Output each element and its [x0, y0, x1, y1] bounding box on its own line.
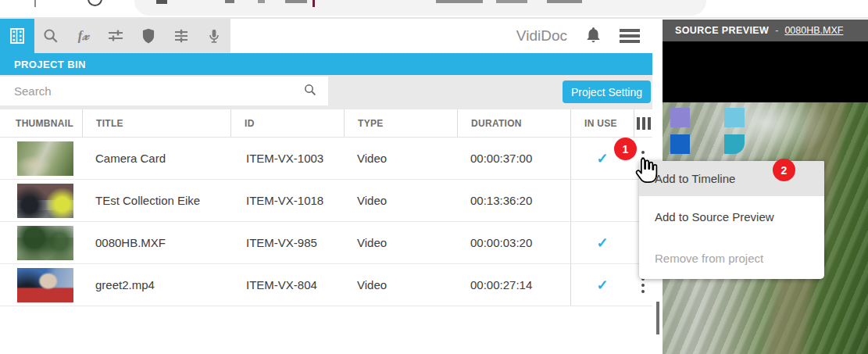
- table-row[interactable]: TEst Collection Eike ITEM-VX-1018 Video …: [0, 180, 652, 222]
- letterbox-bar: [663, 41, 868, 102]
- thumbnail[interactable]: [0, 222, 82, 263]
- project-bin-title: PROJECT BIN: [0, 53, 652, 75]
- table-header: THUMBNAIL TITLE ID TYPE DURATION IN USE: [0, 109, 652, 138]
- url-bar-icon: [156, 0, 167, 4]
- col-type[interactable]: TYPE: [344, 109, 457, 137]
- toolbar-icon-group: f𝓍: [0, 19, 230, 53]
- cell-title[interactable]: Camera Card: [82, 138, 230, 179]
- table-row[interactable]: 0080HB.MXF ITEM-VX-985 Video 00:00:03:20…: [0, 222, 652, 264]
- effects-fx-icon[interactable]: f𝓍: [67, 19, 100, 53]
- video-logo-square: [724, 108, 745, 127]
- filter-sliders-icon[interactable]: [100, 19, 133, 53]
- source-preview-header: SOURCE PREVIEW - 0080HB.MXF: [663, 20, 868, 41]
- cell-title[interactable]: TEst Collection Eike: [82, 180, 230, 221]
- app-title: VidiDoc: [516, 27, 567, 45]
- thumbnail[interactable]: [0, 180, 82, 221]
- settings-sliders-icon[interactable]: [165, 19, 198, 53]
- col-thumbnail[interactable]: THUMBNAIL: [0, 109, 82, 137]
- search-input[interactable]: [0, 84, 303, 98]
- step-marker-2: 2: [773, 159, 795, 181]
- table-row[interactable]: Camera Card ITEM-VX-1003 Video 00:00:37:…: [0, 138, 652, 180]
- in-use-check-icon: ✓: [596, 277, 608, 294]
- hand-cursor-icon: [634, 157, 659, 190]
- title-separator: -: [775, 25, 778, 36]
- scrollbar-handle[interactable]: [656, 302, 659, 334]
- menu-hamburger-icon[interactable]: [620, 27, 640, 45]
- browser-chrome: [0, 0, 868, 19]
- cell-duration: 00:00:37:00: [457, 138, 570, 179]
- search-icon[interactable]: [303, 83, 317, 100]
- col-id[interactable]: ID: [230, 109, 344, 137]
- source-preview-filename[interactable]: 0080HB.MXF: [784, 25, 843, 36]
- project-bin-icon[interactable]: [0, 19, 34, 53]
- notifications-bell-icon[interactable]: [584, 26, 602, 47]
- thumbnail[interactable]: [0, 264, 82, 306]
- search-box[interactable]: [0, 77, 328, 105]
- url-text-fragment: [258, 0, 265, 3]
- col-title[interactable]: TITLE: [82, 109, 230, 137]
- cell-type: Video: [344, 138, 457, 179]
- film-strip-icon: [8, 27, 27, 45]
- url-text-fragment: [547, 0, 582, 3]
- app-toolbar: f𝓍: [0, 19, 652, 53]
- cell-type: Video: [344, 180, 457, 221]
- reload-icon[interactable]: [88, 0, 102, 6]
- cell-id: ITEM-VX-804: [230, 264, 344, 306]
- thumbnail[interactable]: [0, 138, 82, 179]
- tab-divider: [34, 0, 36, 7]
- shield-icon[interactable]: [132, 19, 165, 53]
- url-text-fragment: [436, 0, 483, 3]
- cell-duration: 00:00:03:20: [457, 222, 570, 263]
- menu-item-remove-from-project: Remove from project: [639, 238, 824, 279]
- cell-type: Video: [344, 222, 457, 263]
- cell-type: Video: [344, 264, 457, 306]
- video-logo-square: [670, 108, 690, 127]
- url-text-fragment: [225, 0, 234, 3]
- in-use-check-icon: ✓: [596, 150, 608, 167]
- url-text-fragment: [285, 0, 307, 3]
- cell-title[interactable]: greet2.mp4: [82, 264, 230, 306]
- video-logo-square: [670, 134, 690, 154]
- video-logo-square: [724, 134, 745, 154]
- column-chooser-icon[interactable]: [634, 109, 652, 137]
- menu-item-add-to-source-preview[interactable]: Add to Source Preview: [639, 196, 824, 238]
- url-bar[interactable]: [134, 0, 706, 16]
- screen: f𝓍: [0, 0, 868, 354]
- cell-duration: 00:00:27:14: [457, 264, 570, 306]
- cell-id: ITEM-VX-985: [230, 222, 344, 263]
- cell-id: ITEM-VX-1018: [230, 180, 344, 221]
- cell-title[interactable]: 0080HB.MXF: [82, 222, 230, 263]
- project-setting-button[interactable]: Project Setting: [563, 80, 651, 103]
- microphone-icon[interactable]: [198, 19, 230, 53]
- col-in-use[interactable]: IN USE: [570, 109, 634, 137]
- row-actions-kebab-icon[interactable]: [641, 277, 645, 293]
- cell-duration: 00:13:36:20: [457, 180, 570, 221]
- search-row: Project Setting: [0, 75, 652, 109]
- project-bin-panel: f𝓍: [0, 19, 652, 354]
- url-text-fragment: [496, 0, 527, 3]
- col-duration[interactable]: DURATION: [457, 109, 570, 137]
- source-preview-title: SOURCE PREVIEW: [675, 25, 769, 36]
- menu-item-add-to-timeline[interactable]: Add to Timeline: [639, 161, 824, 196]
- cell-id: ITEM-VX-1003: [230, 138, 344, 179]
- row-context-menu: Add to Timeline Add to Source Preview Re…: [639, 161, 824, 279]
- text-caret: [313, 0, 315, 7]
- in-use-check-icon: ✓: [596, 234, 608, 252]
- search-tool-icon[interactable]: [34, 19, 67, 53]
- table-row[interactable]: greet2.mp4 ITEM-VX-804 Video 00:00:27:14…: [0, 264, 652, 306]
